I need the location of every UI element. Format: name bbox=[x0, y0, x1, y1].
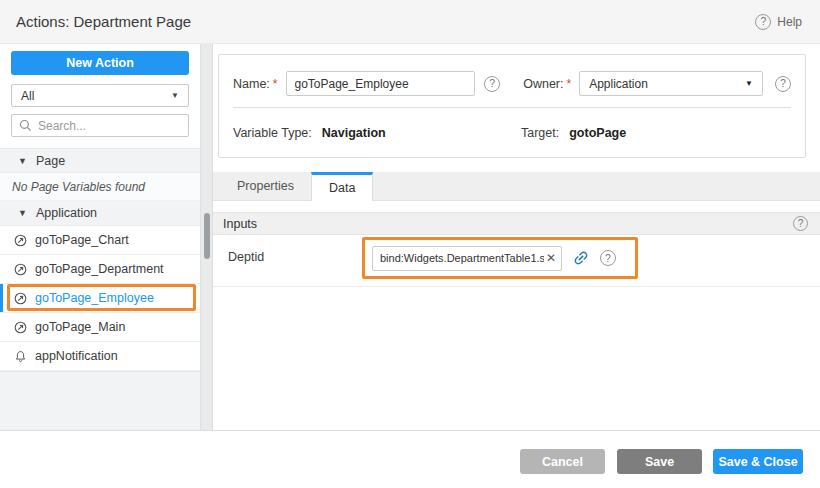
variable-type-group: Variable Type: Navigation bbox=[233, 121, 386, 145]
tab-bar: Properties Data bbox=[213, 172, 820, 201]
variable-type-value: Navigation bbox=[322, 126, 386, 140]
sidebar-item-gotopage-employee[interactable]: goToPage_Employee bbox=[0, 284, 200, 313]
name-input[interactable] bbox=[286, 71, 476, 96]
action-summary-box: Name:* ? Owner:* Application ▼ ? Variabl… bbox=[218, 54, 806, 158]
sidebar-filler bbox=[0, 371, 200, 430]
navigation-icon bbox=[14, 263, 27, 276]
section-label: Page bbox=[36, 154, 65, 168]
variable-type-label: Variable Type: bbox=[233, 126, 312, 140]
sidebar-item-label: goToPage_Employee bbox=[35, 291, 154, 305]
sidebar-item-label: appNotification bbox=[35, 349, 118, 363]
sidebar-section-page[interactable]: ▼ Page bbox=[0, 148, 200, 173]
search-input[interactable] bbox=[38, 119, 181, 133]
help-button[interactable]: ? Help bbox=[755, 14, 802, 30]
save-and-close-button[interactable]: Save & Close bbox=[713, 449, 803, 474]
tab-properties[interactable]: Properties bbox=[220, 172, 311, 200]
scrollbar-thumb[interactable] bbox=[204, 213, 210, 259]
name-label: Name:* bbox=[233, 77, 278, 91]
collapse-triangle-icon: ▼ bbox=[18, 208, 27, 218]
type-target-row: Variable Type: Navigation Target: gotoPa… bbox=[233, 121, 791, 145]
bind-link-icon[interactable] bbox=[572, 249, 590, 267]
chevron-down-icon: ▼ bbox=[171, 91, 179, 100]
collapse-triangle-icon: ▼ bbox=[18, 156, 27, 166]
target-label: Target: bbox=[521, 126, 559, 140]
page-empty-message: No Page Variables found bbox=[0, 173, 200, 201]
main-panel: Name:* ? Owner:* Application ▼ ? Variabl… bbox=[213, 44, 820, 430]
chevron-down-icon: ▼ bbox=[745, 79, 753, 88]
header: Actions: Department Page ? Help bbox=[0, 0, 820, 44]
help-icon: ? bbox=[755, 14, 771, 30]
cancel-button[interactable]: Cancel bbox=[520, 449, 605, 474]
owner-dropdown[interactable]: Application ▼ bbox=[579, 71, 763, 96]
sidebar-item-label: goToPage_Department bbox=[35, 262, 164, 276]
target-group: Target: gotoPage bbox=[521, 121, 626, 145]
selected-indicator-bar bbox=[0, 284, 3, 312]
input-row-deptid: Deptid bind:Widgets.DepartmentTable1.sel… bbox=[213, 235, 820, 287]
orange-highlight-box: bind:Widgets.DepartmentTable1.select ✕ ? bbox=[362, 237, 638, 279]
deptid-bind-input[interactable]: bind:Widgets.DepartmentTable1.select ✕ bbox=[372, 246, 562, 271]
save-button[interactable]: Save bbox=[617, 449, 702, 474]
actions-dialog: Actions: Department Page ? Help New Acti… bbox=[0, 0, 820, 488]
owner-dropdown-value: Application bbox=[589, 77, 648, 91]
sidebar-item-label: goToPage_Chart bbox=[35, 233, 129, 247]
owner-help-icon[interactable]: ? bbox=[775, 76, 791, 92]
deptid-bind-value: bind:Widgets.DepartmentTable1.select bbox=[380, 252, 544, 264]
new-action-button[interactable]: New Action bbox=[11, 51, 189, 75]
inputs-help-icon[interactable]: ? bbox=[793, 216, 808, 231]
navigation-icon bbox=[14, 321, 27, 334]
sidebar-scrollbar[interactable] bbox=[200, 44, 213, 430]
sidebar-item-gotopage-chart[interactable]: goToPage_Chart bbox=[0, 226, 200, 255]
sidebar-item-gotopage-department[interactable]: goToPage_Department bbox=[0, 255, 200, 284]
sidebar-item-label: goToPage_Main bbox=[35, 320, 125, 334]
footer: Cancel Save Save & Close bbox=[0, 430, 820, 488]
section-label: Application bbox=[36, 206, 97, 220]
search-icon bbox=[19, 119, 32, 132]
page-title: Actions: Department Page bbox=[16, 13, 191, 30]
inputs-section-header: Inputs ? bbox=[213, 212, 820, 235]
inputs-title: Inputs bbox=[223, 217, 257, 231]
sidebar-item-appnotification[interactable]: appNotification bbox=[0, 342, 200, 371]
clear-binding-icon[interactable]: ✕ bbox=[544, 251, 558, 265]
bell-icon bbox=[14, 350, 27, 363]
name-owner-row: Name:* ? Owner:* Application ▼ ? bbox=[233, 71, 791, 96]
name-help-icon[interactable]: ? bbox=[484, 76, 500, 92]
deptid-help-icon[interactable]: ? bbox=[600, 250, 616, 266]
sidebar-section-application[interactable]: ▼ Application bbox=[0, 201, 200, 226]
sidebar: New Action All ▼ ▼ Page No Page Variable… bbox=[0, 44, 200, 430]
deptid-label: Deptid bbox=[228, 250, 264, 264]
tab-data[interactable]: Data bbox=[311, 172, 373, 201]
filter-dropdown[interactable]: All ▼ bbox=[11, 84, 189, 107]
help-label: Help bbox=[777, 15, 802, 29]
filter-dropdown-value: All bbox=[21, 89, 34, 103]
navigation-icon bbox=[14, 292, 27, 305]
owner-label: Owner:* bbox=[523, 77, 571, 91]
sidebar-item-gotopage-main[interactable]: goToPage_Main bbox=[0, 313, 200, 342]
required-asterisk: * bbox=[566, 77, 571, 91]
navigation-icon bbox=[14, 234, 27, 247]
required-asterisk: * bbox=[273, 77, 278, 91]
search-box[interactable] bbox=[11, 114, 189, 137]
divider bbox=[233, 107, 791, 108]
target-value: gotoPage bbox=[569, 126, 626, 140]
